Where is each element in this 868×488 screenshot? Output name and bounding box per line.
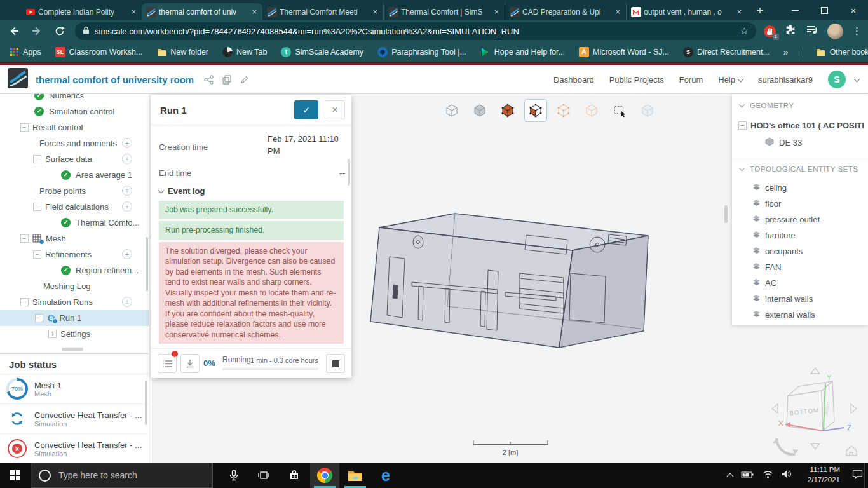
close-panel-button[interactable]: × [325,100,345,119]
nav-help[interactable]: Help [718,75,743,85]
volume-icon[interactable] [782,470,792,481]
window-restore-button[interactable] [810,0,839,20]
download-results-button[interactable] [180,354,200,373]
tree-item-meshing-log[interactable]: Meshing Log [0,278,149,294]
add-icon[interactable]: + [122,201,132,212]
edge-icon[interactable]: e [371,463,400,488]
job-scrollbar[interactable] [145,381,147,425]
entity-set-furniture[interactable]: furniture [752,231,796,240]
bookmark-apps[interactable]: Apps [9,47,41,57]
event-log-section[interactable]: Event log [159,186,205,196]
run-panel-scrollbar[interactable] [348,159,350,186]
user-avatar[interactable]: S [828,71,846,88]
tab-close-icon[interactable]: × [130,7,137,17]
collapse-icon[interactable]: − [35,314,43,322]
bookmark-word[interactable]: A Microsoft Word - SJ... [579,47,669,57]
expand-icon[interactable]: + [48,330,57,338]
select-edge-button[interactable] [552,99,575,122]
add-icon[interactable]: + [122,249,132,259]
bookmark-hope-help[interactable]: Hope and Help for... [480,47,565,57]
job-row-failed-sim[interactable]: × Convective Heat Transfer - ...Simulati… [0,434,149,464]
rotate-down-arrow[interactable] [811,444,820,449]
window-minimize-button[interactable] [780,0,810,20]
tab-close-icon[interactable]: × [735,7,743,17]
tray-chevron-icon[interactable] [726,473,733,480]
copy-icon[interactable] [222,75,231,85]
extensions-puzzle-icon[interactable] [785,24,797,39]
taskbar-clock[interactable]: 11:11 PM 2/17/2021 [801,465,840,485]
show-desktop-strip[interactable] [864,463,868,488]
nav-public-projects[interactable]: Public Projects [609,75,664,85]
job-row-mesh[interactable]: 70% Mesh 1Mesh [0,374,149,404]
bookmark-new-folder[interactable]: New folder [156,47,208,57]
tree-item-region-refinement[interactable]: ✓Region refinem... [0,262,149,278]
nav-dashboard[interactable]: Dashboard [553,75,594,85]
tree-item-area-average[interactable]: ✓Area average 1 [0,167,149,183]
collapse-icon[interactable]: − [20,234,29,243]
bookmarks-overflow-chevron[interactable]: » [783,47,789,57]
panel-resize-handle[interactable] [62,348,83,351]
battery-icon[interactable] [741,470,754,481]
tab-gmail[interactable]: output vent , human , o × [626,3,747,20]
add-icon[interactable]: + [122,297,132,307]
hide-selection-button[interactable] [636,99,659,122]
bookmark-direct-recruitment[interactable]: S Direct Recruitment... [683,47,770,57]
box-select-button[interactable] [608,99,631,122]
chrome-taskbar-icon[interactable] [310,463,339,488]
geometry-root-item[interactable]: − HOD's office 101 ( AC POSITIO... [738,121,864,130]
select-vertex-button[interactable] [580,99,603,122]
forward-icon[interactable] [28,22,46,40]
render-wireframe-button[interactable] [440,99,463,122]
bookmark-paraphrasing[interactable]: Paraphrasing Tool |... [377,47,466,57]
bookmark-classroom[interactable]: SL Classroom Worksh... [55,47,143,57]
playlist-extension-icon[interactable] [806,24,818,38]
entity-set-celing[interactable]: celing [752,183,787,193]
add-icon[interactable]: + [122,138,132,148]
tree-item-forces-moments[interactable]: Forces and moments+ [0,135,149,151]
tree-item-thermal-comfort[interactable]: ✓Thermal Comfo... [0,215,149,231]
geometry-child-item[interactable]: DE 33 [765,137,802,148]
collapse-icon[interactable]: − [20,123,29,132]
tree-item-run-1[interactable]: − ⚙ Run 1 [0,310,149,326]
new-tab-button[interactable]: + [751,3,769,20]
dictation-mic-icon[interactable] [219,463,248,488]
bookmark-simscale-academy[interactable]: t SimScale Academy [281,47,363,57]
nav-forum[interactable]: Forum [679,75,703,85]
share-icon[interactable] [204,75,214,85]
start-button[interactable] [0,463,31,488]
collapse-icon[interactable]: − [738,121,747,130]
browser-profile-avatar[interactable] [827,24,843,39]
tab-close-icon[interactable]: × [614,7,621,17]
add-icon[interactable]: + [122,186,132,196]
tab-thermal-meeting[interactable]: Thermal Comfort Meeti × [262,3,383,20]
tab-close-icon[interactable]: × [371,7,379,17]
select-face-button[interactable] [524,99,547,122]
tab-close-icon[interactable]: × [492,7,500,17]
entity-set-external-walls[interactable]: external walls [752,310,815,320]
collapse-icon[interactable]: − [33,250,41,259]
account-chevron-icon[interactable] [854,76,860,82]
bookmark-new-tab[interactable]: New Tab [222,47,267,57]
collapse-icon[interactable]: − [33,203,41,211]
bookmark-star-icon[interactable]: ☆ [740,25,749,37]
tree-item-surface-data[interactable]: −Surface data+ [0,151,149,167]
tree-item-refinements[interactable]: −Refinements+ [0,247,149,262]
add-icon[interactable]: + [122,154,132,164]
address-bar[interactable]: simscale.com/workbench/?pid=784427649274… [75,22,756,40]
job-row-running-sim[interactable]: Convective Heat Transfer - ...Simulation [0,404,149,434]
tab-close-icon[interactable]: × [250,7,258,17]
chrome-menu-icon[interactable]: ⋮ [852,25,862,37]
collapse-icon[interactable]: − [20,298,29,306]
rotate-up-arrow[interactable] [811,368,820,374]
entity-set-pressure-outlet[interactable]: pressure outlet [752,215,820,224]
back-icon[interactable] [5,22,23,40]
tree-item-simulation-runs[interactable]: −Simulation Runs+ [0,294,149,310]
tree-item-simulation-control[interactable]: ✓Simulation control [0,104,149,119]
reload-icon[interactable] [51,22,69,40]
stop-run-button[interactable] [326,354,345,373]
entity-set-floor[interactable]: floor [752,199,781,208]
entity-set-internal-walls[interactable]: internal walls [752,294,813,304]
rotate-right-arrow[interactable] [851,404,857,413]
panel-splitter-handle[interactable] [724,205,728,223]
render-solid-button[interactable] [468,99,491,122]
